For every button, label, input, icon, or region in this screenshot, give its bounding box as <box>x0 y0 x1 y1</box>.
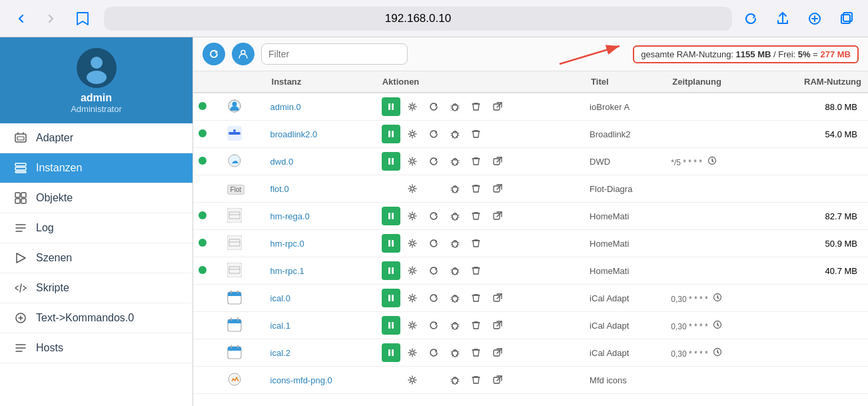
pause-button[interactable] <box>382 97 400 116</box>
pause-button[interactable] <box>382 261 400 280</box>
sidebar-item-text-kommandos[interactable]: Text->Kommandos.0 <box>0 303 193 333</box>
bookmarks-button[interactable] <box>69 8 96 29</box>
sidebar-item-skripte[interactable]: Skripte <box>0 273 193 303</box>
instance-link[interactable]: ical.2 <box>270 348 290 358</box>
debug-button[interactable] <box>446 261 464 280</box>
restart-button[interactable] <box>424 125 443 143</box>
debug-button[interactable] <box>446 125 464 143</box>
delete-button[interactable] <box>467 371 486 389</box>
url-bar[interactable]: 192.168.0.10 <box>104 7 732 31</box>
instance-link[interactable]: ical.0 <box>270 293 290 303</box>
instance-link[interactable]: hm-rpc.1 <box>270 266 304 276</box>
clock-icon[interactable] <box>711 321 723 331</box>
delete-button[interactable] <box>467 234 486 253</box>
restart-button[interactable] <box>424 97 443 116</box>
toolbar-refresh-button[interactable] <box>203 43 225 65</box>
debug-button[interactable] <box>446 179 464 198</box>
instance-name-cell[interactable]: ical.0 <box>265 285 376 312</box>
sidebar-item-szenen[interactable]: Szenen <box>0 243 193 273</box>
instance-name-cell[interactable]: hm-rega.0 <box>265 203 376 230</box>
delete-button[interactable] <box>467 97 486 116</box>
debug-button[interactable] <box>446 152 464 171</box>
instance-link[interactable]: ical.1 <box>270 321 290 331</box>
pause-button[interactable] <box>382 289 400 307</box>
debug-button[interactable] <box>446 234 464 253</box>
restart-button[interactable] <box>424 343 443 362</box>
delete-button[interactable] <box>467 289 486 307</box>
delete-button[interactable] <box>467 179 486 198</box>
instance-link[interactable]: hm-rega.0 <box>270 211 310 221</box>
debug-button[interactable] <box>446 207 464 225</box>
sidebar-item-log[interactable]: Log <box>0 213 193 243</box>
sidebar-item-hosts[interactable]: Hosts <box>0 333 193 363</box>
pause-button[interactable] <box>382 152 400 171</box>
clock-icon[interactable] <box>705 157 717 167</box>
instance-link[interactable]: hm-rpc.0 <box>270 239 304 249</box>
instance-name-cell[interactable]: hm-rpc.0 <box>265 230 376 257</box>
settings-button[interactable] <box>403 179 422 198</box>
sidebar-item-objekte[interactable]: Objekte <box>0 183 193 213</box>
pause-button[interactable] <box>382 125 400 143</box>
back-button[interactable] <box>11 8 32 29</box>
instance-link[interactable]: dwd.0 <box>270 157 294 167</box>
settings-button[interactable] <box>403 152 422 171</box>
pause-button[interactable] <box>382 207 400 225</box>
settings-button[interactable] <box>403 371 422 389</box>
settings-button[interactable] <box>403 316 422 335</box>
restart-button[interactable] <box>424 261 443 280</box>
instance-name-cell[interactable]: admin.0 <box>265 93 376 121</box>
share-button[interactable] <box>772 8 793 29</box>
settings-button[interactable] <box>403 97 422 116</box>
toolbar-profile-button[interactable] <box>232 43 254 65</box>
delete-button[interactable] <box>467 316 486 335</box>
restart-button[interactable] <box>424 234 443 253</box>
instance-name-cell[interactable]: dwd.0 <box>265 148 376 175</box>
new-tab-button[interactable] <box>804 8 825 29</box>
open-link-button[interactable] <box>488 207 507 225</box>
restart-button[interactable] <box>424 316 443 335</box>
debug-button[interactable] <box>446 371 464 389</box>
forward-button[interactable] <box>40 8 61 29</box>
delete-button[interactable] <box>467 125 486 143</box>
settings-button[interactable] <box>403 343 422 362</box>
tabs-button[interactable] <box>836 8 857 29</box>
sidebar-item-instanzen[interactable]: Instanzen <box>0 153 193 183</box>
settings-button[interactable] <box>403 261 422 280</box>
instance-name-cell[interactable]: ical.1 <box>265 312 376 339</box>
debug-button[interactable] <box>446 316 464 335</box>
restart-button[interactable] <box>424 207 443 225</box>
instance-link[interactable]: admin.0 <box>270 102 301 112</box>
restart-button[interactable] <box>424 289 443 307</box>
open-link-button[interactable] <box>488 371 507 389</box>
debug-button[interactable] <box>446 97 464 116</box>
instance-link[interactable]: flot.0 <box>270 184 289 194</box>
open-link-button[interactable] <box>488 316 507 335</box>
instance-name-cell[interactable]: hm-rpc.1 <box>265 257 376 285</box>
delete-button[interactable] <box>467 343 486 362</box>
settings-button[interactable] <box>403 289 422 307</box>
instance-link[interactable]: broadlink2.0 <box>270 129 318 139</box>
browser-refresh-button[interactable] <box>740 8 761 29</box>
pause-button[interactable] <box>382 343 400 362</box>
settings-button[interactable] <box>403 125 422 143</box>
instance-link[interactable]: icons-mfd-png.0 <box>270 375 332 385</box>
pause-button[interactable] <box>382 234 400 253</box>
clock-icon[interactable] <box>711 349 723 359</box>
open-link-button[interactable] <box>488 289 507 307</box>
sidebar-item-adapter[interactable]: Adapter <box>0 123 193 153</box>
settings-button[interactable] <box>403 207 422 225</box>
settings-button[interactable] <box>403 234 422 253</box>
filter-input[interactable] <box>261 43 408 65</box>
open-link-button[interactable] <box>488 152 507 171</box>
pause-button[interactable] <box>382 316 400 335</box>
debug-button[interactable] <box>446 289 464 307</box>
clock-icon[interactable] <box>711 294 723 304</box>
instance-name-cell[interactable]: ical.2 <box>265 339 376 367</box>
instance-name-cell[interactable]: flot.0 <box>265 175 376 203</box>
open-link-button[interactable] <box>488 179 507 198</box>
delete-button[interactable] <box>467 261 486 280</box>
open-link-button[interactable] <box>488 97 507 116</box>
delete-button[interactable] <box>467 207 486 225</box>
instance-name-cell[interactable]: icons-mfd-png.0 <box>265 367 376 394</box>
restart-button[interactable] <box>424 152 443 171</box>
